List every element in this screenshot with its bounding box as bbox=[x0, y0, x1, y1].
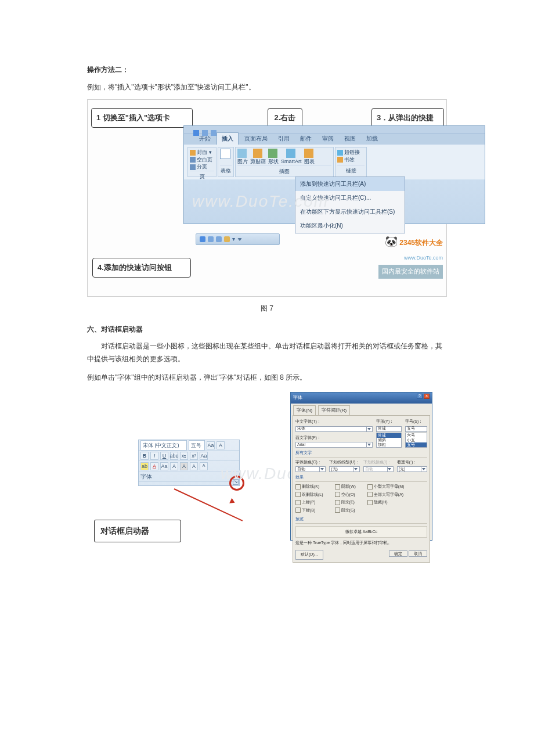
ctx-show-below[interactable]: 在功能区下方显示快速访问工具栏(S) bbox=[295, 205, 405, 219]
help-icon[interactable]: ? bbox=[417, 394, 423, 399]
list-size[interactable]: 六号 小五 五号 bbox=[405, 433, 427, 448]
tab-home[interactable]: 开始 bbox=[194, 133, 215, 145]
chk-sub[interactable]: 下标(B) bbox=[295, 507, 323, 514]
qat-dropdown-icon[interactable] bbox=[237, 238, 242, 241]
grow-font-button[interactable]: A bbox=[190, 462, 198, 470]
font-dialog: 字体 ? × 字体(N) 字符间距(R) 中文字体(T)： 宋体 西文字体(F)… bbox=[290, 392, 432, 541]
chk-strike[interactable]: 删除线(K) bbox=[295, 483, 323, 491]
paragraph-2: 对话框启动器是一些小图标，这些图标出现在某些组中。单击对话框启动器将打开相关的对… bbox=[87, 340, 447, 365]
shapes-icon[interactable] bbox=[268, 149, 277, 158]
bold-button[interactable]: B bbox=[140, 452, 149, 460]
input-underline[interactable]: (无) bbox=[329, 466, 359, 472]
font-size-combo[interactable]: 五号 bbox=[189, 440, 205, 451]
font-name-combo[interactable]: 宋体 (中文正文) bbox=[140, 440, 187, 451]
shapes-icon[interactable] bbox=[224, 236, 230, 242]
input-size[interactable]: 五号 bbox=[405, 426, 427, 432]
clipart-icon[interactable] bbox=[253, 149, 262, 158]
picture-icon[interactable] bbox=[237, 149, 247, 158]
clear-format-icon[interactable]: A bbox=[217, 441, 225, 449]
chk-emboss[interactable]: 阳文(E) bbox=[335, 499, 356, 506]
site-slogan: 国内最安全的软件站 bbox=[378, 265, 443, 279]
ctx-add-to-qat[interactable]: 添加到快速访问工具栏(A) bbox=[295, 177, 405, 191]
dlg-tab-spacing[interactable]: 字符间距(R) bbox=[318, 405, 350, 415]
ribbon-tabs: 开始 插入 页面布局 引用 邮件 审阅 视图 加载 bbox=[184, 134, 485, 145]
chevron-down-icon bbox=[387, 467, 392, 471]
tab-addins[interactable]: 加载 bbox=[362, 133, 383, 145]
group-illustrations-name: 插图 bbox=[237, 165, 331, 176]
cancel-button[interactable]: 取消 bbox=[409, 550, 427, 557]
tab-review[interactable]: 审阅 bbox=[317, 133, 338, 145]
input-wfont[interactable]: Arial bbox=[295, 442, 373, 448]
phonetic-button[interactable]: Aa bbox=[160, 462, 168, 470]
input-ulcolor: 自动 bbox=[363, 466, 394, 472]
texteffect-button[interactable]: Aa bbox=[200, 452, 208, 460]
chevron-down-icon[interactable] bbox=[353, 467, 358, 471]
input-cfont[interactable]: 宋体 bbox=[295, 426, 373, 432]
heading-method2: 操作方法二： bbox=[87, 64, 447, 77]
tab-pagelayout[interactable]: 页面布局 bbox=[240, 133, 272, 145]
chevron-down-icon[interactable] bbox=[366, 427, 371, 431]
superscript-button[interactable]: x² bbox=[190, 452, 198, 460]
chk-shadow[interactable]: 阴影(W) bbox=[335, 483, 356, 491]
dlg-tab-font[interactable]: 字体(N) bbox=[293, 405, 316, 415]
shrink-font-button[interactable]: A bbox=[200, 462, 208, 470]
input-style[interactable]: 常规 bbox=[376, 426, 402, 432]
chk-smallcaps[interactable]: 小型大写字母(M) bbox=[367, 483, 405, 491]
subscript-button[interactable]: x₂ bbox=[180, 452, 188, 460]
tab-references[interactable]: 引用 bbox=[273, 133, 294, 145]
chart-icon[interactable] bbox=[304, 149, 313, 158]
strike-button[interactable]: abe bbox=[170, 452, 178, 460]
quick-access-toolbar-result: ▾ bbox=[196, 233, 280, 245]
save-icon[interactable] bbox=[200, 236, 205, 242]
default-button[interactable]: 默认(D)... bbox=[295, 550, 323, 560]
figure-8: 宋体 (中文正文) 五号 Aa A B I U abe x₂ x² Aa ab … bbox=[87, 390, 447, 552]
group-pages-items: 封面 ▾ 空白页 分页 bbox=[190, 149, 214, 171]
ok-button[interactable]: 确定 bbox=[389, 550, 407, 557]
lbl-wfont: 西文字体(F)： bbox=[295, 434, 373, 442]
highlight-button[interactable]: ab bbox=[140, 462, 149, 470]
input-emphasis[interactable]: (无) bbox=[397, 466, 427, 472]
charshade-button[interactable]: A bbox=[180, 462, 188, 470]
group-table[interactable]: 表格 bbox=[218, 147, 234, 177]
launcher-callout: 对话框启动器 bbox=[94, 520, 181, 542]
heading-sec6: 六、对话框启动器 bbox=[87, 323, 447, 336]
chevron-down-icon[interactable] bbox=[319, 467, 324, 471]
group-table-name: 表格 bbox=[220, 165, 232, 175]
tab-view[interactable]: 视图 bbox=[340, 133, 360, 145]
chk-allcaps[interactable]: 全部大写字母(A) bbox=[367, 491, 405, 499]
lbl-size: 字号(S)： bbox=[405, 418, 427, 426]
tab-insert[interactable]: 插入 bbox=[217, 132, 239, 145]
chk-hidden[interactable]: 隐藏(H) bbox=[367, 499, 405, 506]
cover-icon bbox=[190, 150, 196, 156]
site-url: www.DuoTe.com bbox=[404, 255, 443, 261]
font-dialog-title: 字体 bbox=[293, 394, 302, 402]
font-group-name: 字体 bbox=[139, 471, 239, 482]
close-icon[interactable]: × bbox=[424, 394, 430, 399]
hyperlink-icon bbox=[337, 150, 343, 156]
chk-outline[interactable]: 空心(O) bbox=[335, 491, 356, 499]
chevron-down-icon[interactable] bbox=[366, 442, 371, 447]
chk-engrave[interactable]: 阴文(G) bbox=[335, 507, 356, 514]
chk-super[interactable]: 上标(P) bbox=[295, 499, 323, 506]
fontcolor-button[interactable]: A bbox=[150, 462, 158, 470]
underline-button[interactable]: U bbox=[160, 452, 168, 460]
smartart-icon[interactable] bbox=[286, 149, 295, 158]
undo-icon[interactable] bbox=[208, 236, 214, 242]
list-style[interactable]: 常规 倾斜 加粗 bbox=[376, 433, 402, 448]
input-fontcolor[interactable]: 自动 bbox=[295, 466, 326, 472]
ctx-customize-qat[interactable]: 自定义快速访问工具栏(C)... bbox=[295, 191, 405, 205]
change-case-icon[interactable]: Aa bbox=[207, 441, 215, 449]
lbl-cfont: 中文字体(T)： bbox=[295, 418, 373, 426]
italic-button[interactable]: I bbox=[150, 452, 158, 460]
site-logo: 🐼 2345软件大全 www.DuoTe.com 国内最安全的软件站 bbox=[378, 232, 443, 279]
ctx-minimize-ribbon[interactable]: 功能区最小化(N) bbox=[295, 219, 405, 233]
chevron-down-icon[interactable] bbox=[421, 467, 425, 471]
group-pages: 封面 ▾ 空白页 分页 页 bbox=[187, 147, 217, 177]
table-icon bbox=[220, 149, 230, 159]
charborder-button[interactable]: A bbox=[170, 462, 178, 470]
font-note: 这是一种 TrueType 字体，同时适用于屏幕和打印机。 bbox=[295, 539, 427, 547]
chk-dstrike[interactable]: 双删除线(L) bbox=[295, 491, 323, 499]
font-dialog-body: 中文字体(T)： 宋体 西文字体(F)： Arial 字形(Y)： 常规 常规 … bbox=[293, 415, 430, 563]
tab-mailings[interactable]: 邮件 bbox=[295, 133, 316, 145]
redo-icon[interactable] bbox=[216, 236, 222, 242]
